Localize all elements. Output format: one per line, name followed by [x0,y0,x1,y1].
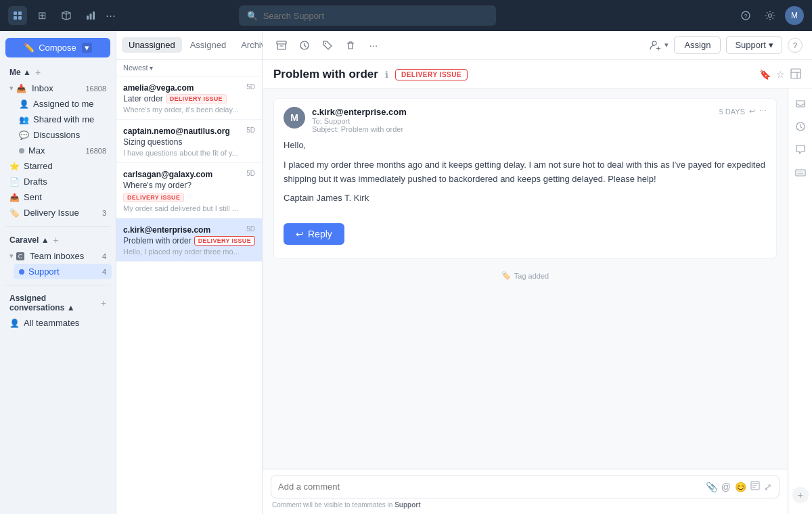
tab-unassigned[interactable]: Unassigned [122,37,182,53]
inbox-sub-items: 👤 Assigned to me 👥 Shared with me 💬 Disc… [4,96,112,158]
tabs-bar: Unassigned Assigned Archived › [116,31,262,60]
svg-rect-17 [796,170,805,176]
team-inboxes-icon: C [16,252,24,260]
nav-icon-grid[interactable]: ⊞ [32,6,51,25]
sidebar-max[interactable]: Max 16808 [14,143,112,158]
app-logo[interactable] [8,6,27,25]
team-assign-icon[interactable]: ▾ [650,40,669,51]
svg-rect-14 [791,69,800,78]
nav-icon-chart[interactable] [81,6,100,25]
team-inboxes-count: 4 [102,252,106,260]
right-chat-icon[interactable] [791,140,810,159]
email-body: Hello, I placed my order three months ag… [274,139,776,220]
right-clock-icon[interactable] [791,117,810,136]
team-inbox-sub: Support 4 [4,264,112,279]
sidebar-all-teammates[interactable]: 👤 All teammates [4,315,112,331]
sender-avatar: M [284,107,305,128]
clock-icon[interactable] [295,36,314,55]
sidebar-delivery-issue[interactable]: 🏷️ Delivery Issue 3 [4,205,112,220]
max-label: Max [28,145,45,156]
right-keyboard-icon[interactable] [791,163,810,182]
assigned-conversations-section: Assigned conversations ▲ + 👤 All teammat… [0,288,116,333]
sidebar-me-header[interactable]: Me ▲ + [4,64,112,80]
email-subject: Subject: Problem with order [312,125,713,133]
assigned-conversations-header[interactable]: Assigned conversations ▲ + [4,291,112,315]
compose-button[interactable]: ✏️ Compose ▾ [5,38,110,57]
sidebar-starred[interactable]: ⭐ Starred [4,158,112,174]
sidebar-drafts[interactable]: 📄 Drafts [4,174,112,189]
help-icon-circle[interactable]: ? [788,38,803,53]
help-icon[interactable]: ? [736,6,755,25]
svg-point-13 [652,41,656,45]
caravel-header[interactable]: Caravel ▲ + [4,232,112,248]
sort-arrow-icon: ▾ [150,64,153,72]
email-area: M c.kirk@enterprise.com To: Support Subj… [263,89,788,514]
right-add-icon[interactable]: + [792,487,809,503]
list-item[interactable]: c.kirk@enterprise.com 5D Problem with or… [116,218,262,262]
sidebar-inbox[interactable]: ▾ 📥 Inbox 16808 [4,80,112,96]
nav-more-button[interactable]: ··· [106,9,116,23]
team-inboxes-label: Team inboxes [30,251,84,261]
sidebar: ✏️ Compose ▾ Me ▲ + ▾ 📥 Inbox 16808 👤 As… [0,31,116,514]
svg-rect-10 [277,41,286,44]
compose-caret-icon: ▾ [82,43,92,53]
comment-area: 📎 @ 😊 ⤢ [263,469,788,514]
nav-right: ? M [736,6,804,25]
msg-preview: Where's my order, it's been delay... [123,106,255,114]
email-body-text: I placed my order three months ago and i… [284,158,767,187]
settings-icon[interactable] [761,6,780,25]
reply-label: Reply [308,229,332,239]
sort-bar[interactable]: Newest ▾ [116,60,262,76]
expand-icon[interactable]: ⤢ [764,482,772,492]
email-from: c.kirk@enterprise.com [312,107,713,117]
caravel-add-icon[interactable]: + [53,235,59,246]
delivery-tag: DELIVERY ISSUE [123,193,184,202]
nav-icon-box[interactable] [57,6,76,25]
attachment-icon[interactable]: 📎 [706,482,717,492]
assign-button[interactable]: Assign [674,36,721,54]
list-item[interactable]: carlsagan@galaxy.com 5D Where's my order… [116,163,262,218]
archive-icon[interactable] [272,36,291,55]
search-icon: 🔍 [247,11,258,21]
info-icon[interactable]: ℹ [385,70,388,80]
list-item[interactable]: captain.nemo@nautilus.org 5D Sizing ques… [116,120,262,163]
sidebar-shared-with-me[interactable]: 👥 Shared with me [14,112,112,127]
mention-icon[interactable]: @ [721,482,731,492]
right-inbox-icon[interactable] [791,94,810,113]
sent-label: Sent [24,192,42,202]
email-meta: c.kirk@enterprise.com To: Support Subjec… [312,107,713,133]
content-toolbar: ··· ▾ Assign Support ▾ ? [263,31,812,60]
user-avatar[interactable]: M [785,6,804,25]
bookmark-icon[interactable]: 🔖 [759,69,771,80]
comment-input[interactable] [278,482,700,492]
main-container: ✏️ Compose ▾ Me ▲ + ▾ 📥 Inbox 16808 👤 As… [0,31,812,514]
more-icon-small[interactable]: ⋯ [759,107,767,116]
format-icon[interactable] [750,481,760,492]
sidebar-team-inboxes[interactable]: ▾ C Team inboxes 4 [4,248,112,264]
tag-icon[interactable] [318,36,337,55]
max-dot-icon [19,148,24,154]
tab-assigned[interactable]: Assigned [183,37,233,53]
reply-icon: ↩ [296,229,304,239]
trash-icon[interactable] [341,36,360,55]
star-icon[interactable]: ☆ [776,69,785,80]
reply-icon-small[interactable]: ↩ [749,107,755,116]
delivery-issue-label: Delivery Issue [24,208,79,218]
svg-text:?: ? [744,13,747,20]
list-item[interactable]: amelia@vega.com 5D Later order DELIVERY … [116,76,262,120]
sidebar-discussions[interactable]: 💬 Discussions [14,127,112,143]
assigned-add-icon[interactable]: + [101,298,106,308]
sidebar-sent[interactable]: 📤 Sent [4,189,112,205]
msg-time: 5D [246,83,255,91]
support-button[interactable]: Support ▾ [726,36,782,54]
reply-button[interactable]: ↩ Reply [284,223,344,245]
me-add-icon[interactable]: + [35,67,41,78]
msg-preview: My order said delivered but I still ... [123,204,255,212]
email-time: 5 DAYS ↩ ⋯ [719,107,767,116]
sidebar-support[interactable]: Support 4 [14,264,112,279]
search-input[interactable] [263,11,488,21]
sidebar-assigned-to-me[interactable]: 👤 Assigned to me [14,96,112,112]
layout-icon[interactable] [790,68,801,81]
emoji-icon[interactable]: 😊 [735,482,746,492]
more-icon[interactable]: ··· [364,36,383,55]
